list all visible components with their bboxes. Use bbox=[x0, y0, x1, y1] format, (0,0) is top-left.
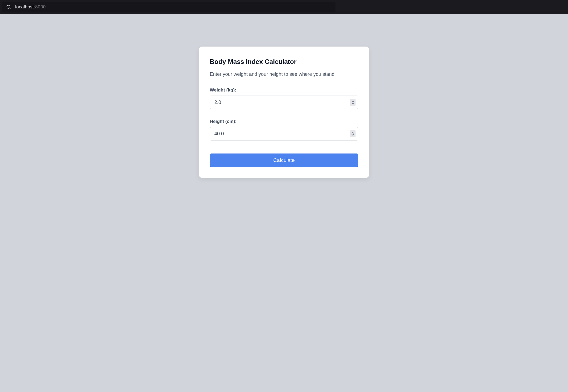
chevron-down-icon bbox=[351, 134, 354, 136]
weight-input[interactable] bbox=[210, 96, 358, 109]
page-subtitle: Enter your weight and your height to see… bbox=[210, 71, 358, 77]
url-host: localhost bbox=[15, 4, 34, 9]
page-title: Body Mass Index Calculator bbox=[210, 58, 358, 66]
chevron-down-icon bbox=[351, 103, 354, 104]
page-area: Body Mass Index Calculator Enter your we… bbox=[0, 14, 568, 178]
height-label: Height (cm): bbox=[210, 119, 358, 124]
address-bar[interactable]: localhost:8000 bbox=[2, 2, 335, 12]
search-icon bbox=[6, 4, 11, 10]
weight-stepper[interactable] bbox=[350, 99, 356, 106]
weight-input-wrap bbox=[210, 96, 358, 109]
chevron-up-icon bbox=[351, 132, 354, 134]
bmi-card: Body Mass Index Calculator Enter your we… bbox=[199, 47, 369, 178]
height-input[interactable] bbox=[210, 127, 358, 141]
height-stepper[interactable] bbox=[350, 130, 356, 137]
url-text: localhost:8000 bbox=[15, 4, 46, 10]
weight-label: Weight (kg): bbox=[210, 87, 358, 93]
height-input-wrap bbox=[210, 127, 358, 141]
browser-chrome: localhost:8000 bbox=[0, 0, 568, 14]
url-port: :8000 bbox=[34, 4, 46, 9]
height-field: Height (cm): bbox=[210, 119, 358, 141]
calculate-button[interactable]: Calculate bbox=[210, 153, 358, 167]
svg-point-0 bbox=[7, 5, 10, 8]
svg-line-1 bbox=[10, 8, 11, 9]
weight-field: Weight (kg): bbox=[210, 87, 358, 109]
chevron-up-icon bbox=[351, 101, 354, 102]
